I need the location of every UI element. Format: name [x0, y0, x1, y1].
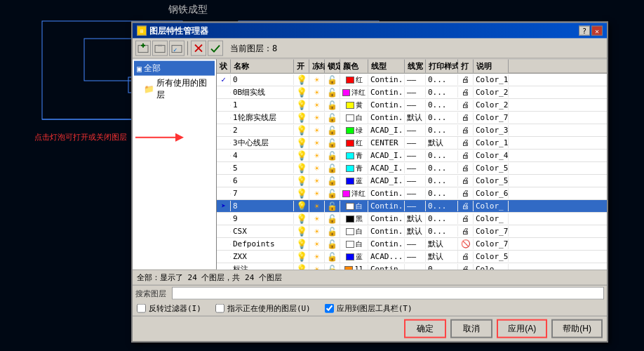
layer-cell-color[interactable]: 洋红 [340, 187, 368, 199]
layer-cell-on[interactable]: 💡 [294, 86, 309, 98]
print-icon[interactable]: 🖨 [462, 252, 469, 261]
print-icon[interactable]: 🖨 [462, 151, 469, 160]
layer-cell-color[interactable]: 洋红 [340, 86, 368, 98]
bulb-icon[interactable]: 💡 [296, 87, 307, 98]
bulb-icon[interactable]: 💡 [296, 100, 307, 110]
layer-cell-print[interactable]: 🖨 [458, 163, 474, 173]
layer-cell-print-style[interactable]: 默认 [426, 238, 458, 250]
tree-panel[interactable]: ▣ 全部 📁 所有使用的图层 [133, 59, 217, 270]
layer-row[interactable]: 标注💡☀🔓11Contin...——0...🖨Colo... [217, 263, 607, 270]
layer-cell-print-style[interactable]: 0... [426, 100, 458, 110]
layer-cell-print[interactable]: 🚫 [458, 239, 474, 249]
color-swatch[interactable] [346, 177, 354, 184]
layer-cell-color[interactable]: 红 [340, 137, 368, 148]
bulb-icon[interactable]: 💡 [296, 176, 307, 186]
layer-cell-freeze[interactable]: ☀ [309, 124, 325, 135]
print-icon[interactable]: 🖨 [462, 164, 469, 173]
apply-toolbar-checkbox[interactable] [325, 304, 334, 313]
layer-cell-freeze[interactable]: ☀ [309, 74, 325, 85]
layer-cell-name[interactable]: 9 [231, 213, 294, 224]
layer-row[interactable]: Defpoints💡☀🔓白Contin...——默认🚫Color_7 [217, 238, 607, 251]
layer-row[interactable]: 1💡☀🔓黄Contin...——0...🖨Color_2 [217, 99, 607, 112]
color-swatch[interactable] [346, 240, 354, 247]
layer-cell-linetype[interactable]: ACAD... [368, 251, 405, 262]
layer-cell-linetype[interactable]: ACAD_I... [368, 163, 405, 173]
layer-cell-print-style[interactable]: 0... [426, 188, 458, 199]
tree-item-used[interactable]: 📁 所有使用的图层 [134, 76, 215, 102]
layer-cell-on[interactable]: 💡 [294, 251, 309, 263]
layer-row[interactable]: 0B细实线💡☀🔓洋红Contin...——0...🖨Color_2 [217, 86, 607, 99]
layer-cell-freeze[interactable]: ☀ [309, 99, 325, 110]
print-icon[interactable]: 🖨 [462, 189, 469, 198]
layer-cell-name[interactable]: 0B细实线 [231, 86, 294, 98]
layer-cell-name[interactable]: 3中心线层 [231, 137, 294, 149]
layer-cell-name[interactable]: Defpoints [231, 239, 294, 249]
layer-cell-name[interactable]: 4 [231, 150, 294, 161]
layer-cell-print[interactable]: 🖨 [458, 176, 474, 186]
layer-cell-print-style[interactable]: 0... [426, 226, 458, 237]
bulb-icon[interactable]: 💡 [296, 251, 307, 262]
layer-cell-print[interactable]: 🖨 [458, 74, 474, 85]
layer-cell-linetype[interactable]: Contin... [368, 264, 405, 270]
lock-icon[interactable]: 🔓 [327, 125, 337, 135]
layer-cell-color[interactable]: 11 [340, 265, 368, 270]
layer-cell-on[interactable]: 💡 [294, 238, 309, 250]
cancel-changes-btn[interactable] [191, 41, 206, 56]
print-icon[interactable]: 🖨 [462, 113, 469, 122]
layer-cell-linetype[interactable]: Contin... [368, 213, 405, 224]
layer-cell-lineweight[interactable]: —— [405, 125, 426, 135]
layer-cell-print-style[interactable]: 0... [426, 74, 458, 85]
layer-cell-lock[interactable]: 🔓 [325, 187, 340, 199]
bulb-icon[interactable]: 💡 [296, 112, 307, 123]
layer-cell-name[interactable]: 1轮廓实线层 [231, 112, 294, 124]
color-swatch[interactable] [346, 202, 354, 209]
print-icon[interactable]: 🖨 [462, 265, 469, 270]
layer-cell-on[interactable]: 💡 [294, 200, 309, 212]
layer-cell-freeze[interactable]: ☀ [309, 225, 325, 237]
layer-cell-on[interactable]: 💡 [294, 112, 309, 124]
print-icon[interactable]: 🖨 [462, 126, 469, 135]
color-swatch[interactable] [346, 164, 354, 171]
header-color[interactable]: 颜色 [340, 60, 368, 73]
freeze-icon[interactable]: ☀ [314, 100, 319, 110]
indicate-used-checkbox[interactable] [215, 304, 224, 313]
layer-cell-on[interactable]: 💡 [294, 162, 309, 174]
freeze-icon[interactable]: ☀ [314, 226, 319, 236]
layer-cell-linetype[interactable]: Contin... [368, 201, 405, 211]
layer-cell-color[interactable]: 青 [340, 162, 368, 173]
layer-cell-lock[interactable]: 🔓 [325, 225, 340, 237]
lock-icon[interactable]: 🔓 [327, 188, 337, 198]
layer-cell-color[interactable]: 白 [340, 225, 368, 237]
layer-cell-lock[interactable]: 🔓 [325, 263, 340, 269]
layer-cell-color[interactable]: 青 [340, 150, 368, 161]
layer-cell-freeze[interactable]: ☀ [309, 187, 325, 199]
layer-cell-linetype[interactable]: ACAD_I... [368, 176, 405, 186]
layer-cell-lock[interactable]: 🔓 [325, 175, 340, 186]
help-title-btn[interactable]: ? [579, 26, 590, 36]
layer-cell-print[interactable]: 🖨 [458, 150, 474, 161]
layer-cell-lock[interactable]: 🔓 [325, 86, 340, 98]
print-icon[interactable]: 🖨 [462, 227, 469, 236]
layer-cell-color[interactable]: 白 [340, 200, 368, 211]
layer-cell-freeze[interactable]: ☀ [309, 137, 325, 148]
layer-cell-color[interactable]: 蓝 [340, 251, 368, 262]
bulb-icon[interactable]: 💡 [296, 74, 307, 85]
layer-cell-freeze[interactable]: ☀ [309, 175, 325, 186]
layer-cell-freeze[interactable]: ☀ [309, 263, 325, 269]
layer-cell-print-style[interactable]: 0... [426, 201, 458, 211]
layer-cell-print[interactable]: 🖨 [458, 100, 474, 110]
header-desc[interactable]: 说明 [474, 60, 509, 73]
layer-row[interactable]: 3中心线层💡☀🔓红CENTER——默认🖨Color_1 [217, 137, 607, 150]
print-icon[interactable]: 🖨 [462, 214, 469, 223]
layer-cell-lineweight[interactable]: 默认 [405, 112, 426, 124]
layer-cell-name[interactable]: 7 [231, 188, 294, 199]
layer-cell-lineweight[interactable]: —— [405, 74, 426, 85]
layer-cell-lock[interactable]: 🔓 [325, 124, 340, 135]
header-linetype[interactable]: 线型 [368, 60, 405, 73]
freeze-icon[interactable]: ☀ [314, 150, 319, 160]
filter-input[interactable] [172, 287, 604, 300]
layer-cell-name[interactable]: 标注 [231, 263, 294, 270]
layer-cell-print[interactable]: 🖨 [458, 87, 474, 98]
layer-cell-freeze[interactable]: ☀ [309, 162, 325, 173]
layer-cell-freeze[interactable]: ☀ [309, 86, 325, 98]
